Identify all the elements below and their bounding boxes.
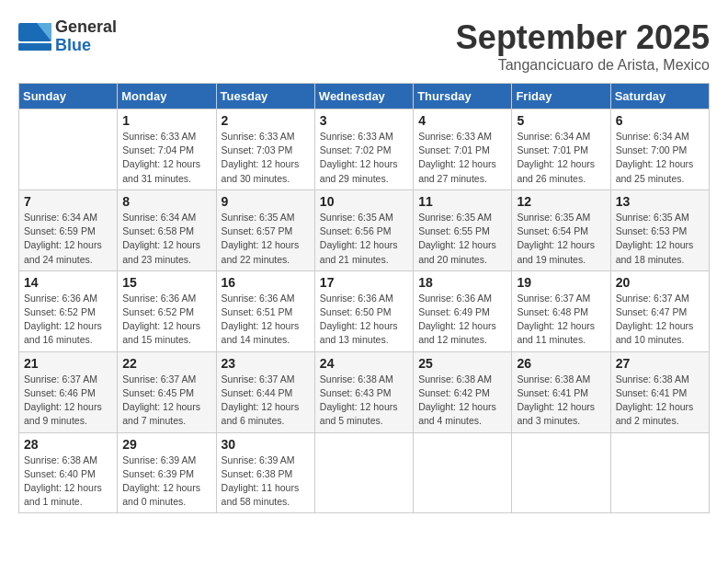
day-info: Sunrise: 6:33 AM Sunset: 7:04 PM Dayligh…: [122, 130, 210, 186]
day-number: 25: [418, 356, 506, 371]
calendar-table: Sunday Monday Tuesday Wednesday Thursday…: [18, 83, 710, 513]
day-info: Sunrise: 6:34 AM Sunset: 6:58 PM Dayligh…: [122, 211, 210, 267]
day-info: Sunrise: 6:36 AM Sunset: 6:49 PM Dayligh…: [418, 292, 506, 348]
day-number: 21: [24, 356, 112, 371]
calendar-week-row: 21Sunrise: 6:37 AM Sunset: 6:46 PM Dayli…: [19, 351, 710, 432]
calendar-cell: 25Sunrise: 6:38 AM Sunset: 6:42 PM Dayli…: [414, 351, 512, 432]
day-info: Sunrise: 6:33 AM Sunset: 7:03 PM Dayligh…: [222, 130, 310, 186]
calendar-cell: 17Sunrise: 6:36 AM Sunset: 6:50 PM Dayli…: [314, 270, 413, 351]
day-number: 27: [616, 356, 704, 371]
day-number: 23: [222, 356, 310, 371]
calendar-cell: 24Sunrise: 6:38 AM Sunset: 6:43 PM Dayli…: [314, 351, 413, 432]
calendar-cell: 29Sunrise: 6:39 AM Sunset: 6:39 PM Dayli…: [118, 432, 216, 513]
calendar-cell: 11Sunrise: 6:35 AM Sunset: 6:55 PM Dayli…: [414, 190, 512, 270]
day-number: 14: [24, 275, 112, 290]
day-info: Sunrise: 6:34 AM Sunset: 7:01 PM Dayligh…: [517, 130, 605, 186]
calendar-cell: [512, 432, 610, 513]
logo-general-text: General: [55, 17, 117, 36]
day-number: 28: [24, 437, 112, 452]
calendar-week-row: 14Sunrise: 6:36 AM Sunset: 6:52 PM Dayli…: [19, 270, 710, 351]
calendar-week-row: 28Sunrise: 6:38 AM Sunset: 6:40 PM Dayli…: [19, 432, 710, 513]
day-number: 15: [122, 275, 210, 290]
day-number: 10: [320, 194, 408, 209]
calendar-cell: 15Sunrise: 6:36 AM Sunset: 6:52 PM Dayli…: [118, 270, 216, 351]
calendar-cell: 27Sunrise: 6:38 AM Sunset: 6:41 PM Dayli…: [610, 351, 709, 432]
logo: General Blue: [18, 18, 117, 55]
calendar-cell: 1Sunrise: 6:33 AM Sunset: 7:04 PM Daylig…: [118, 109, 216, 190]
day-info: Sunrise: 6:38 AM Sunset: 6:41 PM Dayligh…: [616, 373, 704, 429]
day-info: Sunrise: 6:34 AM Sunset: 7:00 PM Dayligh…: [616, 130, 704, 186]
day-info: Sunrise: 6:33 AM Sunset: 7:02 PM Dayligh…: [320, 130, 408, 186]
logo-blue-text: Blue: [55, 36, 91, 54]
day-info: Sunrise: 6:36 AM Sunset: 6:52 PM Dayligh…: [24, 292, 112, 348]
calendar-cell: 9Sunrise: 6:35 AM Sunset: 6:57 PM Daylig…: [216, 190, 314, 270]
day-info: Sunrise: 6:34 AM Sunset: 6:59 PM Dayligh…: [24, 211, 112, 267]
day-number: 3: [320, 113, 408, 128]
calendar-cell: 2Sunrise: 6:33 AM Sunset: 7:03 PM Daylig…: [216, 109, 314, 190]
day-info: Sunrise: 6:38 AM Sunset: 6:43 PM Dayligh…: [320, 373, 408, 429]
day-number: 19: [517, 275, 605, 290]
day-info: Sunrise: 6:35 AM Sunset: 6:56 PM Dayligh…: [320, 211, 408, 267]
day-info: Sunrise: 6:37 AM Sunset: 6:47 PM Dayligh…: [616, 292, 704, 348]
day-info: Sunrise: 6:33 AM Sunset: 7:01 PM Dayligh…: [418, 130, 506, 186]
calendar-cell: 5Sunrise: 6:34 AM Sunset: 7:01 PM Daylig…: [512, 109, 610, 190]
header-thursday: Thursday: [414, 84, 512, 109]
header-sunday: Sunday: [19, 84, 118, 109]
calendar-cell: 3Sunrise: 6:33 AM Sunset: 7:02 PM Daylig…: [314, 109, 413, 190]
calendar-cell: 7Sunrise: 6:34 AM Sunset: 6:59 PM Daylig…: [19, 190, 118, 270]
day-info: Sunrise: 6:38 AM Sunset: 6:41 PM Dayligh…: [517, 373, 605, 429]
calendar-cell: 13Sunrise: 6:35 AM Sunset: 6:53 PM Dayli…: [610, 190, 709, 270]
calendar-cell: 18Sunrise: 6:36 AM Sunset: 6:49 PM Dayli…: [414, 270, 512, 351]
calendar-cell: 22Sunrise: 6:37 AM Sunset: 6:45 PM Dayli…: [118, 351, 216, 432]
header-monday: Monday: [118, 84, 216, 109]
day-number: 1: [122, 113, 210, 128]
day-number: 5: [517, 113, 605, 128]
day-info: Sunrise: 6:37 AM Sunset: 6:48 PM Dayligh…: [517, 292, 605, 348]
page-header: General Blue September 2025 Tangancicuar…: [18, 18, 710, 74]
calendar-cell: 23Sunrise: 6:37 AM Sunset: 6:44 PM Dayli…: [216, 351, 314, 432]
day-number: 17: [320, 275, 408, 290]
day-number: 7: [24, 194, 112, 209]
day-number: 4: [418, 113, 506, 128]
calendar-header-row: Sunday Monday Tuesday Wednesday Thursday…: [19, 84, 710, 109]
calendar-month-year: September 2025: [456, 18, 710, 57]
day-number: 11: [418, 194, 506, 209]
day-number: 22: [122, 356, 210, 371]
day-info: Sunrise: 6:37 AM Sunset: 6:44 PM Dayligh…: [222, 373, 310, 429]
day-number: 2: [222, 113, 310, 128]
header-tuesday: Tuesday: [216, 84, 314, 109]
calendar-cell: 4Sunrise: 6:33 AM Sunset: 7:01 PM Daylig…: [414, 109, 512, 190]
header-saturday: Saturday: [610, 84, 709, 109]
day-number: 6: [616, 113, 704, 128]
day-number: 16: [222, 275, 310, 290]
calendar-title-area: September 2025 Tangancicuaro de Arista, …: [456, 18, 710, 74]
calendar-cell: 12Sunrise: 6:35 AM Sunset: 6:54 PM Dayli…: [512, 190, 610, 270]
day-number: 29: [122, 437, 210, 452]
calendar-cell: [19, 109, 118, 190]
header-wednesday: Wednesday: [314, 84, 413, 109]
calendar-cell: [610, 432, 709, 513]
calendar-cell: 21Sunrise: 6:37 AM Sunset: 6:46 PM Dayli…: [19, 351, 118, 432]
calendar-cell: 14Sunrise: 6:36 AM Sunset: 6:52 PM Dayli…: [19, 270, 118, 351]
day-number: 8: [122, 194, 210, 209]
calendar-cell: 16Sunrise: 6:36 AM Sunset: 6:51 PM Dayli…: [216, 270, 314, 351]
day-number: 13: [616, 194, 704, 209]
day-info: Sunrise: 6:35 AM Sunset: 6:57 PM Dayligh…: [222, 211, 310, 267]
day-info: Sunrise: 6:36 AM Sunset: 6:52 PM Dayligh…: [122, 292, 210, 348]
day-number: 18: [418, 275, 506, 290]
calendar-cell: 30Sunrise: 6:39 AM Sunset: 6:38 PM Dayli…: [216, 432, 314, 513]
day-info: Sunrise: 6:35 AM Sunset: 6:53 PM Dayligh…: [616, 211, 704, 267]
day-info: Sunrise: 6:39 AM Sunset: 6:38 PM Dayligh…: [222, 454, 310, 510]
day-info: Sunrise: 6:36 AM Sunset: 6:51 PM Dayligh…: [222, 292, 310, 348]
calendar-cell: 6Sunrise: 6:34 AM Sunset: 7:00 PM Daylig…: [610, 109, 709, 190]
calendar-cell: 8Sunrise: 6:34 AM Sunset: 6:58 PM Daylig…: [118, 190, 216, 270]
day-number: 12: [517, 194, 605, 209]
day-number: 30: [222, 437, 310, 452]
calendar-cell: 28Sunrise: 6:38 AM Sunset: 6:40 PM Dayli…: [19, 432, 118, 513]
calendar-cell: 26Sunrise: 6:38 AM Sunset: 6:41 PM Dayli…: [512, 351, 610, 432]
day-info: Sunrise: 6:38 AM Sunset: 6:42 PM Dayligh…: [418, 373, 506, 429]
calendar-week-row: 7Sunrise: 6:34 AM Sunset: 6:59 PM Daylig…: [19, 190, 710, 270]
day-number: 20: [616, 275, 704, 290]
day-number: 26: [517, 356, 605, 371]
calendar-location: Tangancicuaro de Arista, Mexico: [456, 57, 710, 74]
